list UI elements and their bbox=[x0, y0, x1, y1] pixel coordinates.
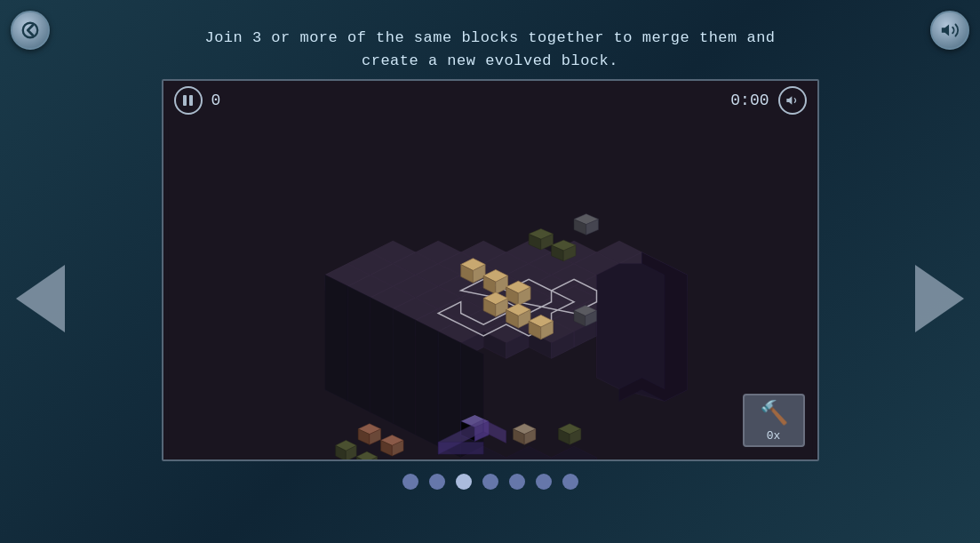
dot-2[interactable] bbox=[429, 474, 445, 490]
instruction-text: Join 3 or more of the same blocks togeth… bbox=[204, 27, 775, 72]
score-display: 0 bbox=[211, 92, 221, 109]
dot-3[interactable] bbox=[456, 474, 472, 490]
svg-marker-139 bbox=[324, 275, 347, 401]
timer-display: 0:00 bbox=[730, 92, 769, 109]
game-container: 0 0:00 .tile-top { fill: #2e2538 bbox=[162, 79, 819, 461]
dot-1[interactable] bbox=[402, 474, 418, 490]
pause-button[interactable] bbox=[174, 86, 203, 115]
back-button[interactable] bbox=[11, 11, 50, 50]
dot-7[interactable] bbox=[562, 474, 578, 490]
dot-5[interactable] bbox=[509, 474, 525, 490]
svg-marker-141 bbox=[370, 298, 392, 424]
hammer-icon: 🔨 bbox=[760, 399, 788, 427]
svg-marker-140 bbox=[347, 286, 370, 412]
svg-marker-205 bbox=[438, 442, 483, 454]
hammer-count: 0x bbox=[767, 429, 781, 443]
game-hud: 0 0:00 bbox=[163, 81, 817, 120]
prev-button[interactable] bbox=[16, 265, 65, 332]
sound-button[interactable] bbox=[930, 11, 969, 50]
game-sound-button[interactable] bbox=[778, 86, 807, 115]
next-button[interactable] bbox=[915, 265, 964, 332]
dot-4[interactable] bbox=[482, 474, 498, 490]
svg-marker-143 bbox=[415, 320, 437, 446]
hammer-tool[interactable]: 🔨 0x bbox=[743, 394, 805, 447]
pagination-dots bbox=[402, 474, 578, 490]
game-board[interactable]: .tile-top { fill: #2e2538; stroke: #3a2f… bbox=[163, 120, 817, 459]
dot-6[interactable] bbox=[536, 474, 552, 490]
svg-marker-142 bbox=[393, 309, 415, 435]
